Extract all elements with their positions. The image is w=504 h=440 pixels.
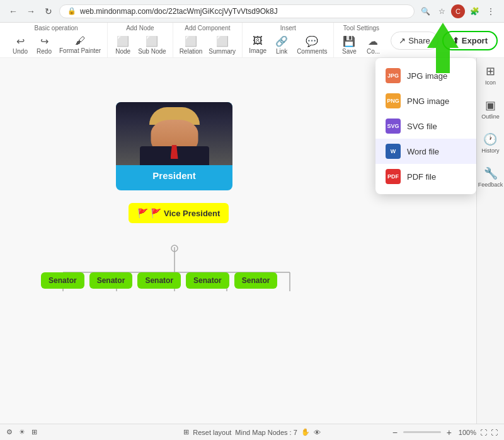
- relation-icon: ⬜: [185, 35, 197, 47]
- flag-icon-1: 🚩: [137, 208, 148, 218]
- share-icon: ↗: [399, 36, 406, 45]
- browser-icons: 🔍 ☆ C 🧩 ⋮: [418, 4, 498, 18]
- sidebar-label-feedback: Feedback: [478, 182, 503, 188]
- sub-node-button[interactable]: ⬜ Sub Node: [135, 34, 168, 56]
- section-label-insert: Insert: [280, 25, 296, 32]
- zoom-out-button[interactable]: −: [389, 427, 401, 438]
- section-label-component: Add Component: [185, 25, 230, 32]
- image-label: Image: [249, 47, 266, 54]
- export-word-item[interactable]: W Word file: [375, 139, 476, 164]
- export-svg-item[interactable]: SVG SVG file: [375, 113, 476, 139]
- relation-label: Relation: [180, 48, 203, 55]
- hand-icon: ✋: [301, 428, 310, 436]
- reset-layout-label[interactable]: Reset layout: [193, 429, 231, 436]
- sidebar-label-outline: Outline: [481, 113, 500, 120]
- back-button[interactable]: ←: [6, 4, 20, 18]
- save-icon: 💾: [343, 35, 355, 47]
- section-add-component: Add Component ⬜ Relation ⬜ Summary: [173, 23, 243, 57]
- zoom-slider[interactable]: [403, 431, 441, 433]
- settings-icon: ⚙: [6, 428, 13, 436]
- history-icon: 🕐: [483, 132, 497, 146]
- zoom-in-button[interactable]: +: [444, 427, 455, 438]
- comments-label: Comments: [297, 48, 327, 55]
- sub-node-label: Sub Node: [138, 48, 166, 55]
- search-icon[interactable]: 🔍: [418, 4, 432, 18]
- zoom-percent-label: 100%: [459, 429, 476, 436]
- component-items: ⬜ Relation ⬜ Summary: [177, 34, 239, 56]
- section-insert: Insert 🖼 Image 🔗 Link 💬 Comments: [243, 23, 334, 57]
- forward-button[interactable]: →: [24, 4, 38, 18]
- save-button[interactable]: 💾 Save: [338, 34, 360, 56]
- undo-button[interactable]: ↩ Undo: [9, 34, 32, 56]
- sidebar-item-feedback[interactable]: 🔧 Feedback: [478, 166, 503, 188]
- section-tool-settings: Tool Settings 💾 Save ☁ Co...: [334, 23, 388, 57]
- word-label: Word file: [407, 147, 439, 156]
- insert-items: 🖼 Image 🔗 Link 💬 Comments: [246, 34, 329, 56]
- export-png-item[interactable]: PNG PNG image: [375, 88, 476, 113]
- png-icon: PNG: [386, 93, 401, 108]
- fit-screen-icon[interactable]: ⛶: [480, 429, 487, 436]
- format-painter-label: Format Painter: [59, 47, 101, 54]
- export-dropdown: JPG JPG image PNG PNG image SVG SVG file…: [375, 58, 476, 194]
- image-icon: 🖼: [253, 35, 263, 47]
- senator-node-3[interactable]: Senator: [137, 272, 181, 289]
- export-pdf-item[interactable]: PDF PDF file: [375, 164, 476, 189]
- president-photo: [116, 102, 232, 165]
- senator-node-1[interactable]: Senator: [41, 272, 84, 289]
- word-icon: W: [386, 144, 401, 159]
- link-button[interactable]: 🔗 Link: [270, 34, 293, 56]
- fullscreen-icon[interactable]: ⛶: [491, 429, 498, 436]
- svg-point-11: [171, 245, 178, 252]
- bottom-right: − + 100% ⛶ ⛶: [389, 427, 498, 438]
- sidebar-label-icon: Icon: [485, 79, 496, 86]
- summary-icon: ⬜: [216, 35, 229, 47]
- vp-label: Vice President: [164, 209, 220, 218]
- redo-icon: ↪: [40, 35, 49, 47]
- grid-icon: ⊞: [32, 428, 37, 436]
- relation-button[interactable]: ⬜ Relation: [177, 34, 205, 56]
- collaborate-icon: ☁: [368, 35, 378, 47]
- senators-row: Senator Senator Senator Senator Senator: [41, 272, 277, 289]
- comments-icon: 💬: [306, 35, 318, 47]
- right-sidebar: ⊞ Icon ▣ Outline 🕐 History 🔧 Feedback: [476, 58, 504, 424]
- extension-icon[interactable]: 🧩: [467, 4, 481, 18]
- save-label: Save: [342, 48, 357, 55]
- basic-items: ↩ Undo ↪ Redo 🖌 Format Painter: [9, 34, 103, 56]
- node-button[interactable]: ⬜ Node: [112, 34, 134, 56]
- sidebar-item-outline[interactable]: ▣ Outline: [481, 98, 500, 120]
- pdf-icon: PDF: [386, 169, 401, 184]
- svg-icon: SVG: [386, 119, 401, 134]
- senator-node-2[interactable]: Senator: [89, 272, 133, 289]
- sun-icon: ☀: [19, 428, 25, 436]
- profile-icon[interactable]: C: [451, 4, 465, 18]
- bottom-center: ⊞ Reset layout Mind Map Nodes : 7 ✋ 👁: [183, 428, 321, 436]
- senator-node-4[interactable]: Senator: [186, 272, 229, 289]
- green-arrow-indicator: [427, 23, 459, 73]
- url-bar[interactable]: 🔒 web.mindonmap.com/doc/22tacWmjGiKccjVy…: [59, 4, 415, 18]
- summary-label: Summary: [209, 48, 236, 55]
- image-button[interactable]: 🖼 Image: [246, 34, 269, 56]
- collaborate-button[interactable]: ☁ Co...: [362, 34, 384, 56]
- outline-icon: ▣: [485, 98, 496, 112]
- sidebar-item-history[interactable]: 🕐 History: [481, 132, 499, 154]
- url-text: web.mindonmap.com/doc/22tacWmjGiKccjVyTv…: [80, 7, 278, 16]
- pdf-label: PDF file: [407, 172, 436, 182]
- bookmark-icon[interactable]: ☆: [435, 4, 449, 18]
- redo-label: Redo: [37, 48, 52, 55]
- node-icon: ⬜: [117, 35, 129, 47]
- senator-node-5[interactable]: Senator: [234, 272, 278, 289]
- vp-node[interactable]: 🚩 🚩 Vice President: [129, 203, 229, 223]
- reload-button[interactable]: ↻: [42, 4, 55, 18]
- president-node[interactable]: President: [116, 102, 232, 190]
- format-painter-icon: 🖌: [75, 35, 85, 47]
- nodes-count-label: Mind Map Nodes : 7: [235, 429, 297, 436]
- section-basic-operation: Basic operation ↩ Undo ↪ Redo 🖌 Format P…: [5, 23, 108, 57]
- summary-button[interactable]: ⬜ Summary: [206, 34, 238, 56]
- comments-button[interactable]: 💬 Comments: [294, 34, 329, 56]
- export-jpg-item[interactable]: JPG JPG image: [375, 63, 476, 88]
- menu-icon[interactable]: ⋮: [484, 4, 498, 18]
- sidebar-item-icon[interactable]: ⊞ Icon: [485, 64, 496, 86]
- format-painter-button[interactable]: 🖌 Format Painter: [57, 34, 103, 56]
- redo-button[interactable]: ↪ Redo: [33, 34, 55, 56]
- section-label-node: Add Node: [126, 25, 154, 32]
